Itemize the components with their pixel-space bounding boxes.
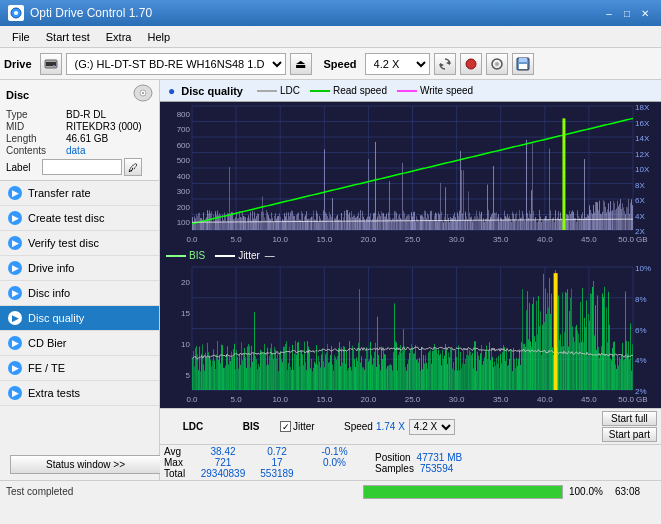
create-test-disc-icon: ▶ (8, 211, 22, 225)
start-full-button[interactable]: Start full (602, 411, 657, 426)
sidebar-item-label: Extra tests (28, 387, 80, 399)
window-controls: – □ ✕ (601, 6, 653, 20)
extra-tests-icon: ▶ (8, 386, 22, 400)
toolbar: Drive (G:) HL-DT-ST BD-RE WH16NS48 1.D3 … (0, 48, 661, 80)
minimize-button[interactable]: – (601, 6, 617, 20)
sidebar-item-label: FE / TE (28, 362, 65, 374)
sidebar-item-transfer-rate[interactable]: ▶ Transfer rate (0, 181, 159, 206)
ldc-total: 29340839 (194, 468, 252, 479)
sidebar-item-verify-test-disc[interactable]: ▶ Verify test disc (0, 231, 159, 256)
cd-bier-icon: ▶ (8, 336, 22, 350)
svg-point-1 (14, 11, 18, 15)
drive-icon-btn[interactable] (40, 53, 62, 75)
menu-help[interactable]: Help (139, 29, 178, 45)
maximize-button[interactable]: □ (619, 6, 635, 20)
save-button[interactable] (512, 53, 534, 75)
upper-chart (160, 102, 661, 248)
disc-label-key: Label (6, 162, 42, 173)
jitter-avg: -0.1% (302, 446, 367, 457)
disc-mid-row: MID RITEKDR3 (000) (6, 121, 153, 132)
svg-point-9 (495, 62, 499, 66)
sidebar-item-label: CD Bier (28, 337, 67, 349)
svg-marker-6 (440, 63, 444, 67)
disc-length-value: 46.61 GB (66, 133, 108, 144)
svg-point-7 (466, 59, 476, 69)
status-window-button[interactable]: Status window >> (10, 455, 161, 474)
disc-header: Disc (6, 84, 153, 105)
progress-bar-fill (364, 486, 562, 498)
burn-button[interactable] (460, 53, 482, 75)
disc-contents-value[interactable]: data (66, 145, 85, 156)
sidebar-item-create-test-disc[interactable]: ▶ Create test disc (0, 206, 159, 231)
speed-group: Speed 1.74 X (344, 421, 405, 432)
bis-max: 17 (252, 457, 302, 468)
menu-start-test[interactable]: Start test (38, 29, 98, 45)
menu-file[interactable]: File (4, 29, 38, 45)
svg-rect-12 (519, 58, 527, 62)
sidebar-item-fe-te[interactable]: ▶ FE / TE (0, 356, 159, 381)
status-text: Test completed (6, 486, 357, 497)
transfer-rate-icon: ▶ (8, 186, 22, 200)
bottom-bar: Test completed 100.0% 63:08 (0, 480, 661, 502)
disc-label-input[interactable] (42, 159, 122, 175)
bis-col-header: BIS (243, 421, 260, 432)
disc-icon (133, 84, 153, 105)
svg-rect-11 (519, 64, 527, 69)
title-bar: Opti Drive Control 1.70 – □ ✕ (0, 0, 661, 26)
ldc-color (257, 90, 277, 92)
jitter-total (302, 468, 367, 479)
read-color (310, 90, 330, 92)
sidebar-item-label: Create test disc (28, 212, 104, 224)
disc-mid-label: MID (6, 121, 66, 132)
position-label: Position (375, 452, 411, 463)
chart-header: ● Disc quality LDC Read speed Write spee… (160, 80, 661, 102)
bis-color (166, 255, 186, 257)
sidebar-item-drive-info[interactable]: ▶ Drive info (0, 256, 159, 281)
sidebar-item-disc-info[interactable]: ▶ Disc info (0, 281, 159, 306)
jitter-checkbox[interactable]: ✓ (280, 421, 291, 432)
legend-write-speed: Write speed (397, 85, 473, 96)
verify-test-disc-icon: ▶ (8, 236, 22, 250)
disc-type-value: BD-R DL (66, 109, 106, 120)
lower-chart (160, 263, 661, 408)
drive-select[interactable]: (G:) HL-DT-ST BD-RE WH16NS48 1.D3 (66, 53, 286, 75)
scan-button[interactable] (486, 53, 508, 75)
disc-type-label: Type (6, 109, 66, 120)
disc-label-btn[interactable]: 🖊 (124, 158, 142, 176)
lower-chart-canvas (160, 263, 661, 408)
ldc-max: 721 (194, 457, 252, 468)
sidebar-item-cd-bier[interactable]: ▶ CD Bier (0, 331, 159, 356)
main-content: Disc Type BD-R DL MID RITEKDR3 (000) Len… (0, 80, 661, 480)
svg-marker-5 (446, 61, 450, 65)
sidebar-item-label: Drive info (28, 262, 74, 274)
legend-read-speed: Read speed (310, 85, 387, 96)
speed-select-2[interactable]: 4.2 X (409, 419, 455, 435)
disc-type-row: Type BD-R DL (6, 109, 153, 120)
disc-length-row: Length 46.61 GB (6, 133, 153, 144)
bis-stats: BIS (226, 421, 276, 432)
charts-container: BIS Jitter ― (160, 102, 661, 408)
samples-label: Samples (375, 463, 414, 474)
write-color (397, 90, 417, 92)
legend-jitter-label: Jitter (238, 250, 260, 261)
disc-quality-icon: ▶ (8, 311, 22, 325)
svg-point-4 (53, 65, 55, 67)
elapsed-time: 63:08 (615, 486, 655, 497)
position-row: Position 47731 MB (375, 452, 462, 463)
eject-button[interactable]: ⏏ (290, 53, 312, 75)
bis-avg: 0.72 (252, 446, 302, 457)
refresh-button[interactable] (434, 53, 456, 75)
start-part-button[interactable]: Start part (602, 427, 657, 442)
sidebar-item-disc-quality[interactable]: ▶ Disc quality (0, 306, 159, 331)
max-label: Max (164, 457, 194, 468)
drive-info-icon: ▶ (8, 261, 22, 275)
legend-read-label: Read speed (333, 85, 387, 96)
sidebar-item-extra-tests[interactable]: ▶ Extra tests (0, 381, 159, 406)
close-button[interactable]: ✕ (637, 6, 653, 20)
legend-jitter: Jitter ― (215, 250, 275, 261)
samples-row: Samples 753594 (375, 463, 462, 474)
speed-select[interactable]: 4.2 X (365, 53, 430, 75)
app-icon (8, 5, 24, 21)
nav-items: ▶ Transfer rate ▶ Create test disc ▶ Ver… (0, 181, 159, 447)
menu-extra[interactable]: Extra (98, 29, 140, 45)
